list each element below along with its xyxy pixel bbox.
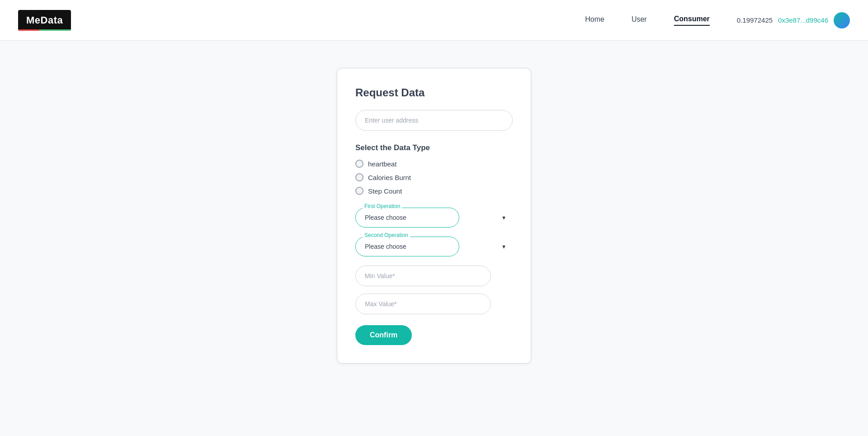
nav-item-consumer[interactable]: Consumer	[674, 15, 710, 26]
first-operation-select[interactable]: Please choose	[355, 208, 459, 227]
wallet-info: 0.19972425 0x3e87...d99c46	[737, 12, 850, 28]
second-operation-wrapper: Second Operation Please choose ▾	[355, 237, 513, 256]
nav-item-home[interactable]: Home	[585, 15, 604, 25]
radio-circle-calories-burnt	[355, 173, 363, 181]
wallet-balance: 0.19972425	[737, 16, 773, 24]
first-operation-wrapper: First Operation Please choose ▾	[355, 208, 513, 227]
confirm-button[interactable]: Confirm	[355, 325, 412, 345]
wallet-avatar	[834, 12, 850, 28]
data-type-radio-group: heartbeat Calories Burnt Step Count	[355, 160, 513, 195]
data-type-section-label: Select the Data Type	[355, 143, 513, 152]
radio-label-calories-burnt: Calories Burnt	[368, 174, 411, 181]
wallet-address[interactable]: 0x3e87...d99c46	[778, 16, 828, 24]
card-title: Request Data	[355, 86, 513, 99]
user-address-input[interactable]	[355, 110, 513, 131]
main-content: Request Data Select the Data Type heartb…	[0, 41, 868, 391]
first-operation-label: First Operation	[363, 203, 402, 209]
first-operation-chevron-icon: ▾	[502, 214, 505, 221]
nav: Home User Consumer	[585, 15, 710, 26]
request-data-card: Request Data Select the Data Type heartb…	[337, 68, 531, 364]
radio-item-calories-burnt[interactable]: Calories Burnt	[355, 173, 513, 181]
radio-item-step-count[interactable]: Step Count	[355, 187, 513, 195]
min-value-input[interactable]	[355, 265, 491, 286]
radio-label-heartbeat: heartbeat	[368, 160, 396, 168]
radio-label-step-count: Step Count	[368, 187, 402, 195]
radio-circle-heartbeat	[355, 160, 363, 168]
radio-circle-step-count	[355, 187, 363, 195]
second-operation-chevron-icon: ▾	[502, 243, 505, 250]
second-operation-label: Second Operation	[363, 232, 410, 238]
logo[interactable]: MeData	[18, 10, 71, 31]
header: MeData Home User Consumer 0.19972425 0x3…	[0, 0, 868, 41]
nav-item-user[interactable]: User	[632, 15, 647, 25]
max-value-input[interactable]	[355, 294, 491, 314]
radio-item-heartbeat[interactable]: heartbeat	[355, 160, 513, 168]
second-operation-select[interactable]: Please choose	[355, 237, 459, 256]
